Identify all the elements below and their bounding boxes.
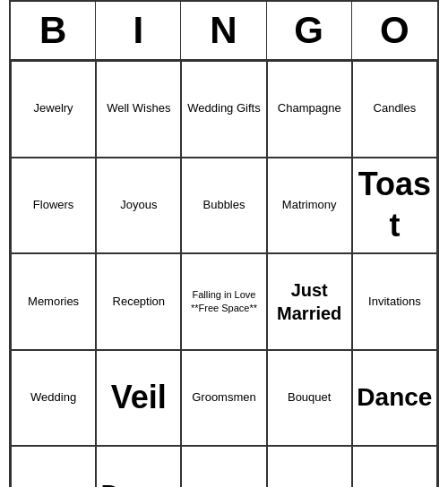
bingo-cell-3: Champagne	[267, 61, 352, 158]
bingo-cell-7: Bubbles	[181, 158, 266, 254]
bingo-cell-15: Wedding	[11, 350, 96, 447]
bingo-grid: JewelryWell WishesWedding GiftsChampagne…	[11, 61, 437, 487]
header-letter-o: O	[352, 2, 437, 59]
bingo-cell-13: Just Married	[267, 253, 352, 350]
bingo-cell-22: Proposal	[181, 446, 266, 487]
header-letter-g: G	[267, 2, 352, 59]
bingo-card: BINGO JewelryWell WishesWedding GiftsCha…	[9, 0, 439, 487]
bingo-cell-23: Diamond Ring	[267, 446, 352, 487]
bingo-cell-11: Reception	[96, 253, 181, 350]
bingo-cell-20: Just Married	[11, 446, 96, 487]
bingo-cell-18: Bouquet	[267, 350, 352, 447]
bingo-cell-16: Veil	[96, 350, 181, 447]
bingo-cell-0: Jewelry	[11, 61, 96, 158]
header-letter-n: N	[181, 2, 266, 59]
bingo-cell-8: Matrimony	[267, 158, 352, 254]
bingo-cell-6: Joyous	[96, 158, 181, 254]
bingo-cell-12: Falling in Love **Free Space**	[181, 253, 266, 350]
bingo-cell-21: Dance	[96, 446, 181, 487]
bingo-cell-2: Wedding Gifts	[181, 61, 266, 158]
bingo-cell-9: Toast	[352, 158, 437, 254]
bingo-header: BINGO	[11, 2, 437, 61]
header-letter-i: I	[96, 2, 181, 59]
bingo-cell-1: Well Wishes	[96, 61, 181, 158]
bingo-cell-4: Candles	[352, 61, 437, 158]
bingo-cell-5: Flowers	[11, 158, 96, 254]
bingo-cell-14: Invitations	[352, 253, 437, 350]
header-letter-b: B	[11, 2, 96, 59]
bingo-cell-24: Traditions	[352, 446, 437, 487]
bingo-cell-10: Memories	[11, 253, 96, 350]
bingo-cell-17: Groomsmen	[181, 350, 266, 447]
bingo-cell-19: Dance	[352, 350, 437, 447]
